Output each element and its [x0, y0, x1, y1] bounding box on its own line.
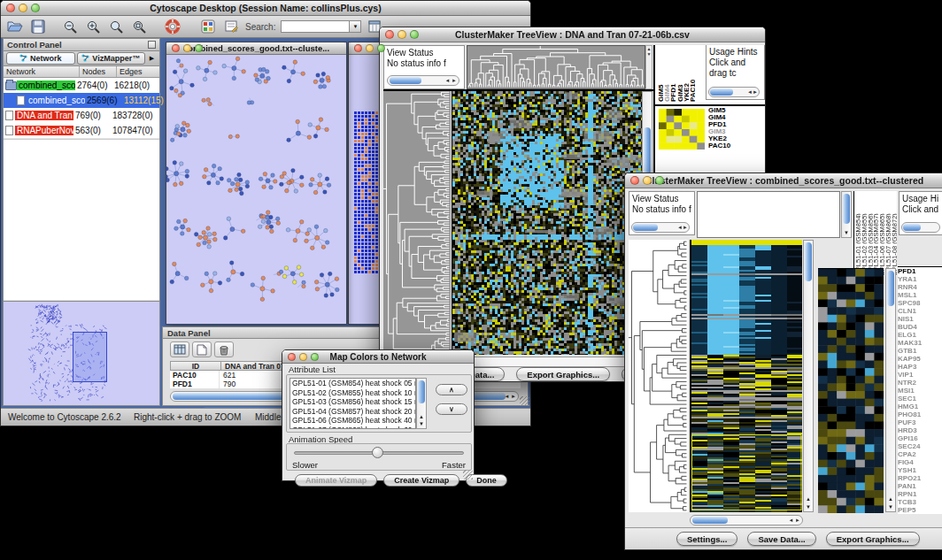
network-canvas[interactable] [166, 55, 346, 324]
tab-overflow-icon[interactable]: ▶ [146, 55, 158, 62]
gene-label[interactable]: KAP95 [898, 355, 942, 363]
treeview-action-button[interactable]: Export Graphics... [516, 367, 610, 381]
resize-grip[interactable] [463, 470, 473, 479]
minimize-icon[interactable] [366, 44, 374, 52]
view-status-scrollbar[interactable]: ◄ ► [387, 75, 459, 86]
minimize-icon[interactable] [183, 44, 191, 52]
dialog-titlebar[interactable]: Map Colors to Network [282, 350, 474, 364]
scrollbar-thumb[interactable] [805, 242, 812, 281]
attribute-list-item[interactable]: GPL51-06 (GSM865) heat shock 40 min [290, 416, 415, 426]
global-heatmap[interactable] [452, 91, 642, 355]
zoom-selected-button[interactable] [107, 18, 125, 35]
close-icon[interactable] [172, 44, 180, 52]
close-icon[interactable] [385, 30, 394, 39]
gene-label[interactable]: GTB1 [898, 347, 942, 355]
dialog-action-button[interactable]: Animate Vizmap [295, 474, 377, 487]
minimize-icon[interactable] [299, 353, 307, 361]
gene-label[interactable]: BUD4 [898, 323, 942, 331]
scrollbar-thumb[interactable] [390, 77, 421, 84]
zoom-matrix-heatmap[interactable] [659, 109, 705, 150]
minimize-icon[interactable] [398, 30, 406, 39]
network-table-row[interactable]: DNA and Tran 07 769(0) 183728(0) [4, 108, 159, 123]
help-icon[interactable] [164, 18, 181, 35]
zoom-vscrollbar[interactable]: ▲▼ [885, 268, 896, 512]
scrollbar-thumb[interactable] [418, 380, 425, 403]
network-overview-panel[interactable] [4, 301, 159, 405]
gene-label[interactable]: MSI1 [898, 387, 942, 395]
zoom-out-button[interactable] [61, 18, 79, 35]
gene-label[interactable]: YRA1 [898, 275, 942, 283]
close-icon[interactable] [288, 353, 296, 361]
zoom-heatmap[interactable] [818, 268, 884, 513]
gene-label[interactable]: MAK31 [898, 339, 942, 347]
gene-label[interactable]: VIP1 [898, 371, 942, 379]
global-heatmap[interactable] [690, 240, 802, 512]
zoom-window-icon[interactable] [311, 353, 319, 361]
move-up-button[interactable]: ∧ [436, 384, 467, 395]
scrollbar-thumb[interactable] [633, 224, 658, 231]
dendrogram-vscroll-sliver[interactable]: ▲▼ [645, 45, 652, 89]
attribute-list-item[interactable]: GPL51-01 (GSM854) heat shock 05 min [290, 379, 415, 388]
gene-label[interactable]: HRD3 [898, 426, 942, 434]
gene-label[interactable]: CLN1 [898, 307, 942, 315]
tab[interactable]: Network [6, 52, 75, 65]
row-dendrogram[interactable] [383, 91, 451, 355]
close-icon[interactable] [354, 44, 362, 52]
scrollbar-thumb[interactable] [887, 271, 894, 306]
gene-label[interactable]: TCB3 [898, 498, 942, 506]
treeview2-titlebar[interactable]: ClusterMaker TreeView : combined_scores_… [625, 173, 942, 188]
delete-attribute-icon[interactable] [214, 341, 234, 357]
create-attribute-icon[interactable] [192, 341, 212, 357]
speed-slider-thumb[interactable] [372, 447, 383, 458]
minimize-icon[interactable] [643, 176, 652, 185]
vizmapper-icon[interactable] [199, 18, 217, 35]
usage-hints-scrollbar[interactable] [901, 222, 940, 233]
tab[interactable]: VizMapper™ [77, 52, 146, 65]
zoom-in-button[interactable] [84, 18, 102, 35]
zoom-window-icon[interactable] [195, 44, 203, 52]
close-icon[interactable] [630, 176, 639, 185]
attribute-list-item[interactable]: GPL51-02 (GSM855) heat shock 10 min [290, 388, 415, 398]
column-dendrogram-area[interactable] [697, 191, 840, 238]
gene-label[interactable]: HAP3 [898, 363, 942, 371]
gene-label[interactable]: YSH1 [898, 466, 942, 474]
gene-label[interactable]: PEP5 [898, 506, 942, 514]
row-dendrogram[interactable] [629, 240, 688, 512]
gene-label[interactable]: FIG4 [898, 458, 942, 466]
zoom-window-icon[interactable] [31, 4, 40, 12]
gene-label[interactable]: PAN1 [898, 482, 942, 490]
open-session-button[interactable] [6, 18, 24, 35]
gene-label[interactable]: NTR2 [898, 379, 942, 387]
column-area-vscrollbar[interactable]: ▼ [841, 191, 852, 238]
resize-grip[interactable] [520, 396, 529, 406]
gene-label[interactable]: RPN1 [898, 490, 942, 498]
gene-label[interactable]: PFD1 [898, 267, 942, 275]
scrollbar-thumb[interactable] [710, 88, 733, 96]
minimize-icon[interactable] [19, 4, 27, 12]
heatmap-vscrollbar[interactable]: ▲▼ [803, 240, 814, 512]
save-session-button[interactable] [29, 18, 47, 35]
search-input[interactable] [281, 20, 350, 33]
attribute-list-item[interactable]: GPL51-04 (GSM857) heat shock 20 min [290, 407, 415, 417]
select-attributes-icon[interactable] [170, 341, 189, 357]
gene-label[interactable]: HMG1 [898, 403, 942, 410]
attribute-list-item[interactable]: GPL51-03 (GSM856) heat shock 15 min [290, 397, 415, 407]
treeview-action-button[interactable]: Export Graphics... [826, 532, 920, 546]
gene-label[interactable]: ELG1 [898, 331, 942, 339]
treeview-action-button[interactable]: Save Data... [747, 532, 815, 546]
gene-label[interactable]: MSL1 [898, 291, 942, 299]
gene-label[interactable]: GPI16 [898, 434, 942, 442]
treeview1-titlebar[interactable]: ClusterMaker TreeView : DNA and Tran 07-… [380, 27, 765, 42]
gene-label[interactable]: SPC98 [898, 299, 942, 307]
column-dendrogram[interactable] [467, 45, 645, 89]
gene-label[interactable]: NIS1 [898, 315, 942, 323]
zoom-fit-button[interactable] [130, 18, 148, 35]
gene-label[interactable]: SEC1 [898, 395, 942, 403]
zoom-window-icon[interactable] [655, 176, 664, 185]
gene-label[interactable]: RNR4 [898, 283, 942, 291]
search-dropdown-icon[interactable]: ▼ [350, 20, 361, 33]
dialog-action-button[interactable]: Create Vizmap [383, 474, 459, 487]
network-table-row[interactable]: combined_scores_ 2764(0) 16218(0) [4, 78, 159, 93]
annotation-icon[interactable] [222, 18, 240, 35]
usage-hints-scrollbar[interactable]: ◄► [708, 87, 760, 97]
